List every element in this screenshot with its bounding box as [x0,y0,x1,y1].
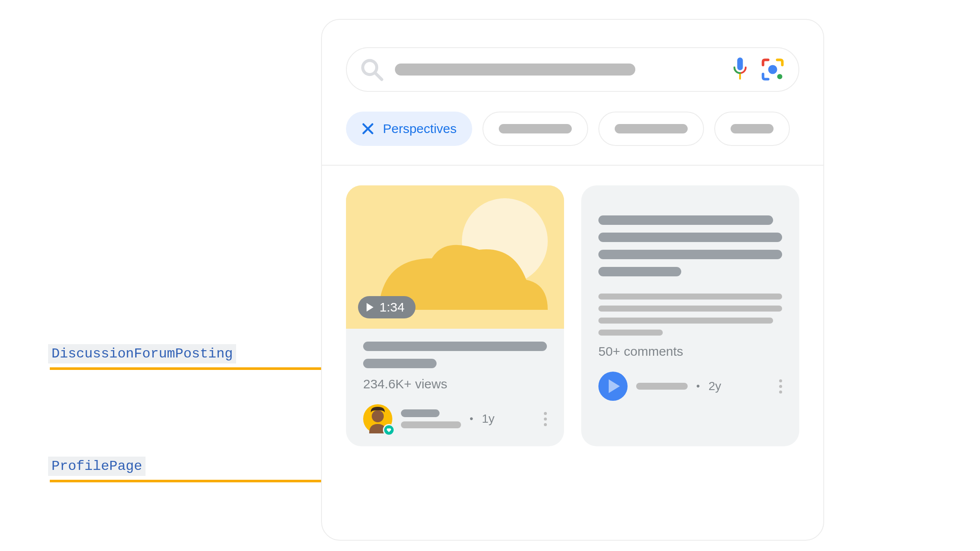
play-icon [367,303,373,312]
svg-point-11 [372,410,384,422]
search-bar[interactable] [346,47,799,92]
meta-separator: • [696,380,700,392]
svg-point-4 [768,65,777,74]
chip-placeholder-2[interactable] [598,112,704,146]
title-placeholder-line [363,359,437,368]
author-row: • 2y [581,372,799,401]
post-age: 1y [482,412,495,426]
title-placeholder-line [363,342,547,351]
title-placeholder-line [598,250,782,259]
video-duration-badge: 1:34 [358,296,416,318]
author-sub-placeholder [401,421,461,428]
close-icon[interactable] [361,122,374,135]
author-row: • 1y [346,404,564,433]
lens-icon[interactable] [760,57,786,82]
verified-badge-icon [383,424,395,436]
author-name-placeholder [636,383,688,390]
chip-placeholder-bar [731,124,774,133]
video-duration-text: 1:34 [379,300,404,315]
video-thumbnail: 1:34 [346,185,564,329]
annotation-profile: ProfilePage [48,457,146,476]
more-menu-icon[interactable] [544,412,547,426]
chip-placeholder-bar [499,124,572,133]
annotation-profile-label: ProfilePage [48,457,146,476]
svg-point-5 [777,74,783,79]
header-divider [322,165,823,166]
title-placeholder-line [598,233,782,242]
author-name-block [401,409,461,428]
author-name-placeholder [401,409,440,417]
body-placeholder-line [598,294,782,300]
svg-line-1 [375,73,382,79]
search-results-frame: Perspectives [321,19,824,541]
results-cards-row: 1:34 234.6K+ views [346,185,799,446]
search-query-placeholder [395,64,635,76]
source-avatar-icon[interactable] [598,372,628,401]
search-icon [360,58,384,82]
card-body: 50+ comments [581,203,799,359]
chip-perspectives-label: Perspectives [383,121,457,136]
chip-placeholder-3[interactable] [714,112,790,146]
filter-chips-row: Perspectives [346,112,824,146]
annotation-discussion-label: DiscussionForumPosting [48,344,236,363]
title-placeholder-line [598,267,681,276]
result-card-video[interactable]: 1:34 234.6K+ views [346,185,564,446]
result-card-discussion[interactable]: 50+ comments • 2y [581,185,799,446]
author-avatar[interactable] [363,404,392,433]
post-age: 2y [708,379,721,393]
card-body: 234.6K+ views [346,329,564,391]
chip-placeholder-bar [615,124,688,133]
views-count: 234.6K+ views [363,377,547,391]
svg-rect-2 [737,58,743,70]
title-placeholder-line [598,215,773,225]
author-name-block [636,383,688,390]
body-placeholder-line [598,318,773,324]
mic-icon[interactable] [731,58,749,82]
chip-placeholder-1[interactable] [482,112,588,146]
body-placeholder-line [598,306,782,312]
more-menu-icon[interactable] [779,379,782,394]
chip-perspectives[interactable]: Perspectives [346,112,472,146]
comments-count: 50+ comments [598,344,782,359]
body-placeholder-line [598,330,663,336]
annotation-discussion: DiscussionForumPosting [48,344,236,363]
meta-separator: • [470,413,473,425]
